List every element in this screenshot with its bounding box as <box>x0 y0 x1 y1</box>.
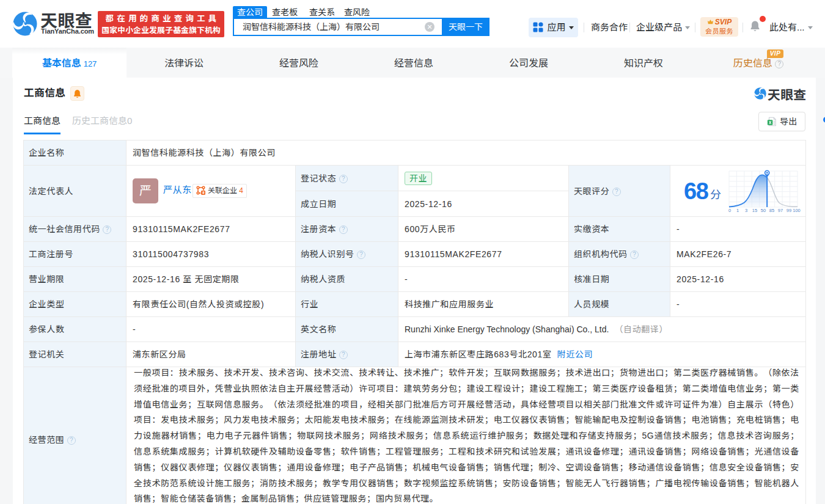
svg-text:85: 85 <box>769 208 774 213</box>
svg-text:0: 0 <box>728 208 731 213</box>
svg-text:50: 50 <box>761 208 766 213</box>
svg-text:1: 1 <box>736 208 739 213</box>
svg-text:100: 100 <box>793 208 801 213</box>
svg-text:97: 97 <box>778 208 783 213</box>
svg-text:99: 99 <box>787 208 791 213</box>
svg-text:3: 3 <box>745 208 747 213</box>
svg-text:15: 15 <box>752 208 757 213</box>
